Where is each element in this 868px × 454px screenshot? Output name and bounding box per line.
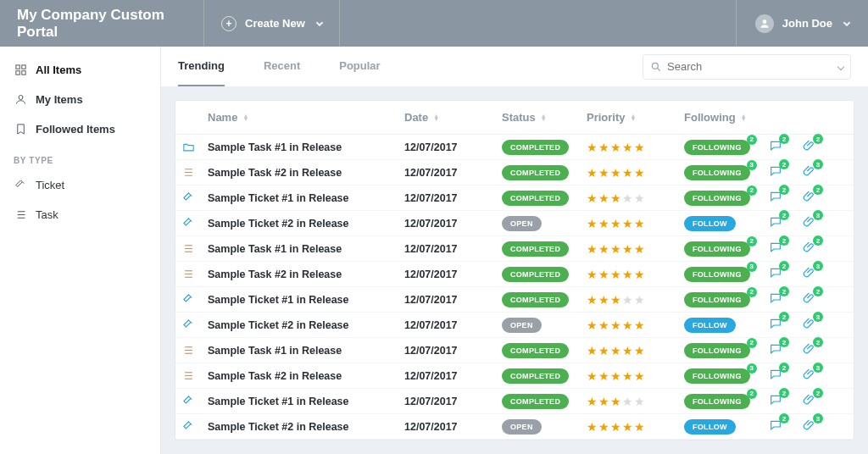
row-attachments[interactable]: 3 <box>803 368 837 384</box>
table-row[interactable]: Sample Task #1 in Release12/07/2017COMPL… <box>175 338 854 363</box>
table-row[interactable]: Sample Ticket #2 in Release12/07/2017OPE… <box>175 313 854 338</box>
sidebar-item-all[interactable]: All Items <box>0 55 160 85</box>
row-attachments[interactable]: 2 <box>803 190 837 206</box>
row-attachments[interactable]: 3 <box>803 317 837 333</box>
row-name: Sample Task #2 in Release <box>208 269 404 280</box>
comments-count-badge: 2 <box>779 388 789 398</box>
user-icon <box>14 93 27 106</box>
tab-recent[interactable]: Recent <box>264 47 300 86</box>
table-card: Name▲▼ Date▲▼ Status▲▼ Priority▲▼ Follow… <box>175 100 854 440</box>
col-date[interactable]: Date▲▼ <box>404 111 502 124</box>
row-attachments[interactable]: 3 <box>803 418 837 435</box>
table-row[interactable]: Sample Ticket #2 in Release12/07/2017OPE… <box>175 211 854 236</box>
svg-rect-2 <box>21 65 25 69</box>
row-comments[interactable]: 2 <box>769 342 803 358</box>
follow-badge[interactable]: FOLLOWING <box>684 292 750 307</box>
row-comments[interactable]: 2 <box>769 393 803 409</box>
status-badge: COMPLETED <box>502 394 569 409</box>
table-row[interactable]: Sample Ticket #1 in Release12/07/2017COM… <box>175 185 854 211</box>
row-comments[interactable]: 2 <box>769 317 803 333</box>
search-input[interactable] <box>667 60 833 73</box>
tab-trending[interactable]: Trending <box>178 47 225 86</box>
follow-badge[interactable]: FOLLOWING <box>684 241 750 257</box>
bookmark-icon <box>14 123 27 136</box>
col-following[interactable]: Following▲▼ <box>684 111 769 124</box>
col-status[interactable]: Status▲▼ <box>502 111 587 124</box>
row-date: 12/07/2017 <box>404 294 502 306</box>
row-comments[interactable]: 2 <box>769 266 803 282</box>
row-status: OPEN <box>502 419 587 435</box>
row-attachments[interactable]: 2 <box>803 139 837 155</box>
table-row[interactable]: Sample Task #2 in Release12/07/2017COMPL… <box>175 363 854 389</box>
sort-icon: ▲▼ <box>242 114 248 121</box>
row-attachments[interactable]: 2 <box>803 241 837 257</box>
row-comments[interactable]: 2 <box>769 164 803 180</box>
create-new-button[interactable]: + Create New <box>203 0 340 47</box>
row-attachments[interactable]: 3 <box>803 266 837 282</box>
col-name[interactable]: Name▲▼ <box>208 111 404 124</box>
row-type-icon <box>182 420 208 433</box>
table-row[interactable]: Sample Ticket #2 in Release12/07/2017OPE… <box>175 414 854 440</box>
row-priority: ★★★★★ <box>587 395 684 408</box>
row-status: COMPLETED <box>502 292 587 307</box>
attach-count-badge: 2 <box>813 286 823 296</box>
svg-line-13 <box>658 68 660 70</box>
follow-badge[interactable]: FOLLOWING <box>684 165 750 180</box>
col-priority[interactable]: Priority▲▼ <box>587 111 684 124</box>
row-type-icon <box>182 344 208 357</box>
follow-count-badge: 2 <box>747 338 757 348</box>
table-row[interactable]: Sample Ticket #1 in Release12/07/2017COM… <box>175 287 854 313</box>
row-comments[interactable]: 2 <box>769 139 803 155</box>
row-attachments[interactable]: 2 <box>803 291 837 307</box>
table-row[interactable]: Sample Task #2 in Release12/07/2017COMPL… <box>175 262 854 287</box>
row-comments[interactable]: 2 <box>769 291 803 307</box>
search-box[interactable] <box>643 54 851 80</box>
grid-icon <box>14 64 27 76</box>
follow-badge[interactable]: FOLLOWING <box>684 368 750 384</box>
follow-button[interactable]: FOLLOW <box>684 419 736 435</box>
row-type-icon <box>182 141 208 153</box>
row-status: COMPLETED <box>502 140 587 155</box>
row-attachments[interactable]: 2 <box>803 393 837 409</box>
follow-button[interactable]: FOLLOW <box>684 318 736 333</box>
row-following: FOLLOWING2 <box>684 292 769 307</box>
follow-badge[interactable]: FOLLOWING <box>684 343 750 358</box>
row-status: OPEN <box>502 216 587 231</box>
row-comments[interactable]: 2 <box>769 215 803 231</box>
plus-circle-icon: + <box>221 16 236 31</box>
follow-badge[interactable]: FOLLOWING <box>684 140 750 155</box>
attach-count-badge: 3 <box>813 261 823 271</box>
row-status: COMPLETED <box>502 165 587 180</box>
table-row[interactable]: Sample Task #2 in Release12/07/2017COMPL… <box>175 160 854 185</box>
table-row[interactable]: Sample Task #1 in Release12/07/2017COMPL… <box>175 135 854 160</box>
row-priority: ★★★★★ <box>587 420 684 434</box>
sidebar-section: BY TYPE <box>0 144 160 170</box>
sidebar-item-my[interactable]: My Items <box>0 85 160 114</box>
follow-badge[interactable]: FOLLOWING <box>684 394 750 409</box>
attach-count-badge: 3 <box>813 363 823 373</box>
row-comments[interactable]: 2 <box>769 368 803 384</box>
user-name: John Doe <box>782 17 832 30</box>
row-name: Sample Ticket #1 in Release <box>208 294 404 306</box>
row-attachments[interactable]: 3 <box>803 164 837 180</box>
row-comments[interactable]: 2 <box>769 418 803 435</box>
row-following: FOLLOWING2 <box>684 191 769 206</box>
follow-button[interactable]: FOLLOW <box>684 216 736 231</box>
sidebar-item-ticket[interactable]: Ticket <box>0 170 160 200</box>
table-row[interactable]: Sample Task #1 in Release12/07/2017COMPL… <box>175 236 854 262</box>
tab-popular[interactable]: Popular <box>339 47 380 86</box>
sidebar-item-followed[interactable]: Followed Items <box>0 114 160 144</box>
user-menu[interactable]: John Doe <box>736 0 868 47</box>
row-priority: ★★★★★ <box>587 293 684 307</box>
row-comments[interactable]: 2 <box>769 190 803 206</box>
row-attachments[interactable]: 3 <box>803 215 837 231</box>
attach-count-badge: 3 <box>813 159 823 169</box>
row-comments[interactable]: 2 <box>769 241 803 257</box>
sidebar-item-task[interactable]: Task <box>0 200 160 230</box>
follow-badge[interactable]: FOLLOWING <box>684 267 750 282</box>
follow-badge[interactable]: FOLLOWING <box>684 191 750 206</box>
row-attachments[interactable]: 2 <box>803 342 837 358</box>
table-row[interactable]: Sample Ticket #1 in Release12/07/2017COM… <box>175 389 854 414</box>
comments-count-badge: 2 <box>779 413 789 424</box>
row-name: Sample Ticket #2 in Release <box>208 421 404 433</box>
